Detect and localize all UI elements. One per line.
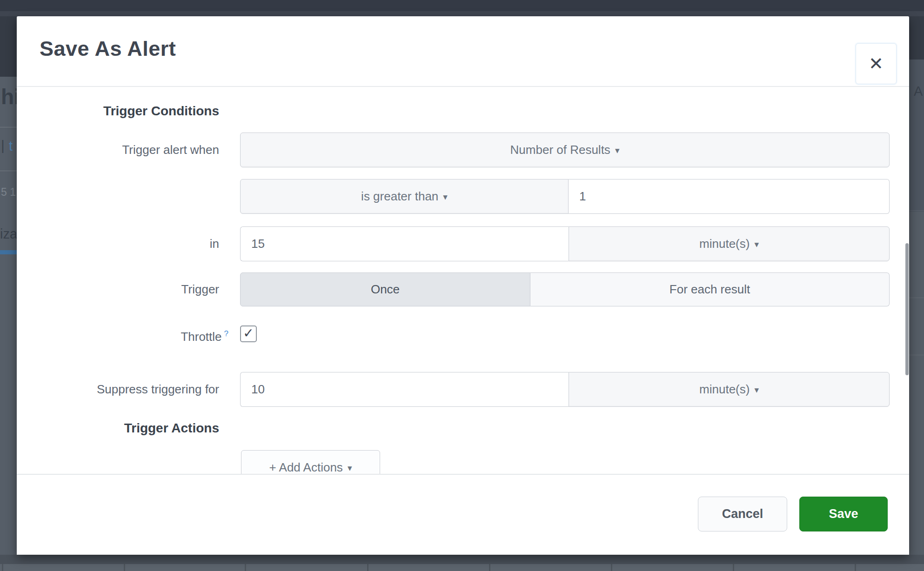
throttle-label-row: Throttle? [17, 325, 228, 342]
alert-condition-dropdown[interactable]: Number of Results ▾ [240, 133, 890, 167]
dialog-header: Save As Alert ✕ [17, 16, 909, 87]
trigger-each-result-option[interactable]: For each result [530, 272, 890, 306]
suppress-input[interactable] [241, 372, 569, 406]
dialog-title: Save As Alert [40, 37, 176, 61]
close-button[interactable]: ✕ [856, 43, 897, 84]
table-column-divider [611, 564, 612, 571]
background-right-fragment: A [914, 84, 923, 99]
background-app-bar [0, 11, 924, 16]
table-column-divider [2, 564, 3, 571]
time-window-unit-dropdown[interactable]: minute(s) ▾ [569, 226, 890, 261]
caret-down-icon: ▾ [754, 385, 759, 395]
caret-down-icon: ▾ [754, 239, 759, 250]
throttle-help-icon[interactable]: ? [224, 329, 228, 338]
caret-down-icon: ▾ [443, 192, 448, 202]
dialog-body: Trigger Conditions Trigger alert when Nu… [17, 87, 909, 474]
throttle-label: Throttle [181, 330, 221, 344]
background-divider [909, 355, 924, 355]
cancel-button[interactable]: Cancel [698, 497, 787, 531]
table-column-divider [733, 564, 734, 571]
comparator-value: is greater than [361, 189, 438, 204]
time-window-field-wrap [240, 226, 569, 261]
threshold-field-wrap [569, 179, 890, 214]
dialog-footer: Cancel Save [17, 474, 909, 555]
trigger-mode-label: Trigger [17, 272, 219, 306]
alert-condition-value: Number of Results [510, 143, 610, 157]
background-divider [909, 298, 924, 298]
background-divider [909, 210, 924, 211]
save-as-alert-dialog: Save As Alert ✕ Trigger Conditions Trigg… [17, 16, 909, 555]
time-window-input[interactable] [241, 227, 569, 261]
trigger-actions-heading: Trigger Actions [17, 421, 219, 436]
table-column-divider [367, 564, 368, 571]
background-link-fragment: t [9, 139, 13, 154]
background-left-header [0, 16, 17, 77]
caret-down-icon: ▾ [348, 463, 352, 473]
close-icon: ✕ [869, 55, 884, 73]
add-actions-label: + Add Actions [269, 460, 343, 474]
background-right-mid [909, 60, 924, 212]
caret-down-icon: ▾ [615, 145, 620, 156]
table-column-divider [489, 564, 490, 571]
add-actions-button[interactable]: + Add Actions ▾ [241, 450, 380, 474]
background-right-header [909, 16, 924, 60]
table-column-divider [855, 564, 856, 571]
in-label: in [17, 226, 219, 261]
trigger-alert-when-label: Trigger alert when [17, 133, 219, 167]
checkmark-icon: ✓ [243, 327, 254, 340]
trigger-once-option[interactable]: Once [240, 272, 530, 306]
suppress-field-wrap [240, 372, 569, 407]
background-divider [0, 127, 17, 127]
suppress-label: Suppress triggering for [17, 372, 219, 407]
comparator-dropdown[interactable]: is greater than ▾ [240, 179, 569, 214]
time-window-unit-value: minute(s) [699, 237, 750, 251]
background-table-row [0, 564, 924, 571]
throttle-checkbox[interactable]: ✓ [240, 325, 257, 342]
background-divider [0, 171, 17, 171]
background-divider-fragment: | [1, 138, 5, 153]
background-count-fragment: 5 1 [1, 186, 16, 199]
background-right-strip [909, 212, 924, 555]
table-column-divider [245, 564, 246, 571]
threshold-input[interactable] [569, 179, 889, 213]
save-button[interactable]: Save [799, 497, 888, 531]
background-tab-underline [0, 250, 17, 254]
background-top-bar [0, 0, 924, 11]
suppress-unit-value: minute(s) [699, 382, 750, 397]
table-column-divider [124, 564, 125, 571]
screen: hi | t 5 1 iza A Save As Alert ✕ Trigger… [0, 0, 924, 571]
suppress-unit-dropdown[interactable]: minute(s) ▾ [569, 372, 890, 407]
background-tab-fragment: iza [0, 226, 17, 242]
dialog-scrollbar-thumb[interactable] [905, 243, 909, 375]
trigger-conditions-heading: Trigger Conditions [17, 104, 219, 119]
